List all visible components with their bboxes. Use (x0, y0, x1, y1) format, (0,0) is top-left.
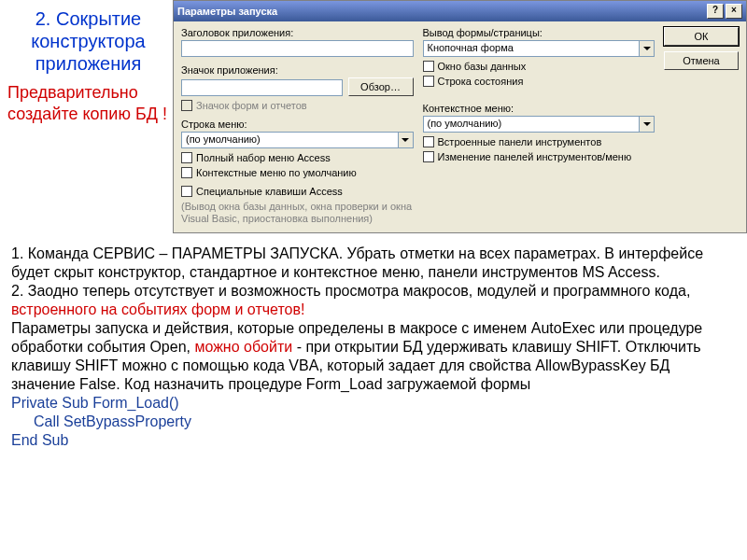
slide-title: 2. Сокрытие конструктора приложения (7, 7, 169, 75)
builtin-toolbar-checkbox[interactable] (423, 136, 434, 147)
browse-button[interactable]: Обзор… (348, 77, 414, 96)
output-form-combo[interactable]: Кнопочная форма (423, 40, 655, 57)
ctx-menu-value: (по умолчанию) (424, 117, 640, 132)
dialog-title: Параметры запуска (177, 6, 277, 17)
status-bar-label: Строка состояния (438, 76, 524, 87)
slide-side-text: 2. Сокрытие конструктора приложения Пред… (0, 0, 173, 125)
full-menu-checkbox[interactable] (181, 152, 192, 163)
toolbar-changes-checkbox[interactable] (423, 151, 434, 162)
menu-row-value: (по умолчанию) (182, 133, 398, 147)
db-window-label: Окно базы данных (438, 61, 527, 72)
ok-button[interactable]: ОК (664, 27, 739, 46)
ctx-menu-combo[interactable]: (по умолчанию) (423, 116, 655, 133)
code-line-1: Private Sub Form_Load() (11, 394, 736, 413)
special-keys-label: Специальные клавиши Access (196, 186, 343, 197)
special-keys-checkbox[interactable] (181, 186, 192, 197)
output-form-value: Кнопочная форма (424, 41, 640, 56)
dialog-titlebar: Параметры запуска ? × (174, 1, 746, 21)
menu-row-combo[interactable]: (по умолчанию) (181, 132, 414, 148)
chevron-down-icon[interactable] (398, 133, 413, 147)
slide-warning: Предварительно создайте копию БД ! (7, 82, 169, 125)
db-window-checkbox[interactable] (423, 61, 434, 72)
output-form-label: Вывод формы/страницы: (423, 27, 655, 38)
para3-red: можно обойти (194, 339, 292, 355)
ctx-menu-label: Контекстное меню: (423, 103, 655, 114)
cancel-button[interactable]: Отмена (664, 51, 739, 70)
full-menu-label: Полный набор меню Access (196, 152, 331, 163)
code-line-3: End Sub (11, 431, 736, 450)
para2a: 2. Заодно теперь отсутствует и возможнос… (11, 283, 690, 299)
status-bar-checkbox[interactable] (423, 76, 434, 87)
app-icon-label: Значок приложения: (181, 64, 414, 76)
app-title-label: Заголовок приложения: (181, 27, 414, 38)
icon-forms-label: Значок форм и отчетов (196, 100, 307, 111)
special-keys-footnote: (Вывод окна базы данных, окна проверки и… (181, 201, 414, 225)
para2-red: встроенного на событиях форм и отчетов! (11, 301, 304, 317)
help-button[interactable]: ? (707, 4, 724, 19)
ctx-default-checkbox[interactable] (181, 167, 192, 178)
startup-params-dialog: Параметры запуска ? × Заголовок приложен… (173, 0, 747, 233)
menu-row-label: Строка меню: (181, 119, 414, 130)
code-line-2: Call SetBypassProperty (11, 413, 736, 431)
icon-forms-checkbox (181, 100, 192, 111)
app-icon-input[interactable] (181, 79, 343, 96)
slide-body-text: 1. Команда СЕРВИС – ПАРАМЕТРЫ ЗАПУСКА. У… (0, 233, 747, 450)
toolbar-changes-label: Изменение панелей инструментов/меню (438, 151, 632, 162)
close-button[interactable]: × (726, 4, 742, 19)
builtin-toolbar-label: Встроенные панели инструментов (438, 136, 602, 147)
para1: 1. Команда СЕРВИС – ПАРАМЕТРЫ ЗАПУСКА. У… (11, 245, 703, 280)
chevron-down-icon[interactable] (639, 117, 654, 132)
ctx-default-label: Контекстные меню по умолчанию (196, 167, 357, 178)
app-title-input[interactable] (181, 40, 414, 57)
chevron-down-icon[interactable] (639, 41, 654, 56)
